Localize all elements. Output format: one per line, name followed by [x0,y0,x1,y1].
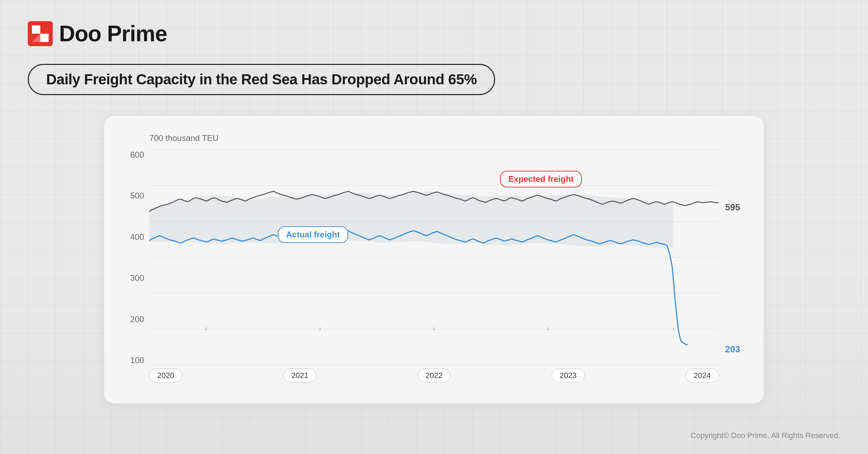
chart-title: Daily Freight Capacity in the Red Sea Ha… [46,71,477,88]
x-label-2023: 2023 [552,369,585,382]
y-label-300: 300 [125,273,149,283]
x-label-2020: 2020 [149,369,182,382]
logo-area: Doo Prime [28,21,840,47]
annotation-expected-freight: Expected freight [500,171,582,187]
logo-text: Doo Prime [59,21,167,47]
x-label-2024: 2024 [686,369,719,382]
x-axis: 2020 2021 2022 2023 2024 [149,365,719,386]
svg-rect-0 [32,25,40,34]
y-label-200: 200 [125,314,149,324]
x-label-2021: 2021 [283,369,316,382]
y-unit-label: 700 thousand TEU [125,133,743,143]
y-label-500: 500 [125,191,149,201]
chart-container: 700 thousand TEU 100 200 300 400 500 600 [104,116,764,403]
svg-rect-3 [149,150,674,351]
value-label-203: 203 [725,344,740,355]
title-badge: Daily Freight Capacity in the Red Sea Ha… [28,64,495,95]
y-label-400: 400 [125,232,149,242]
logo-icon [28,21,53,46]
y-label-100: 100 [125,355,149,365]
x-label-2022: 2022 [418,369,451,382]
chart-svg [149,150,719,351]
value-label-595: 595 [725,202,740,213]
y-label-600: 600 [125,150,149,160]
y-axis: 100 200 300 400 500 600 [125,150,149,365]
chart-area: 100 200 300 400 500 600 [125,150,743,386]
annotation-actual-freight: Actual freight [278,226,348,243]
